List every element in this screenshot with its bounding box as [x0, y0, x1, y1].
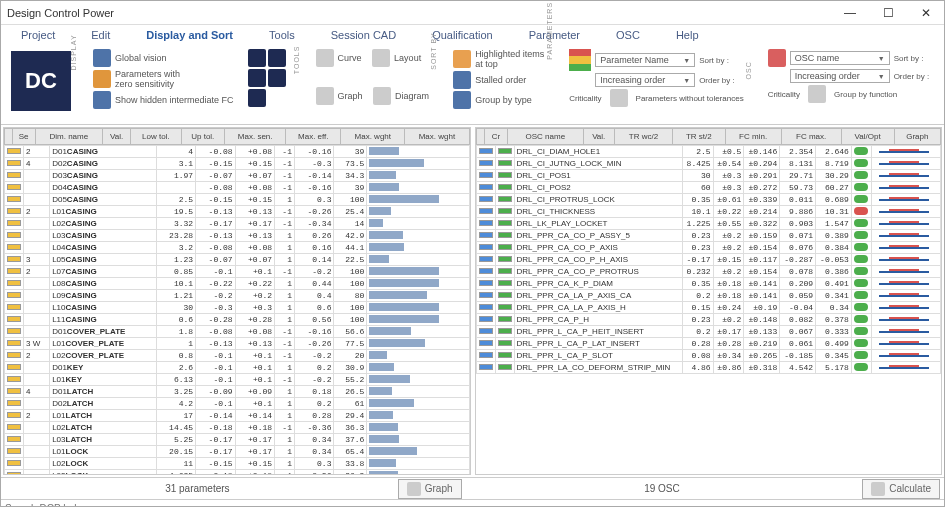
- table-row[interactable]: DRL_CI_THICKNESS10.1±0.22±0.2149.88610.3…: [476, 206, 941, 218]
- table-row[interactable]: 3 WL01COVER_PLATE1-0.13+0.13-1-0.2677.5: [5, 338, 470, 350]
- highlight-top-icon[interactable]: [453, 50, 471, 68]
- col-header[interactable]: [5, 129, 13, 145]
- hidden-fc-icon[interactable]: [93, 91, 111, 109]
- table-row[interactable]: L09CASING1.21-0.2+0.210.480: [5, 290, 470, 302]
- table-row[interactable]: DRL_LK_PLAY_LOCKET1.225±0.55±0.3220.9031…: [476, 218, 941, 230]
- calculate-button[interactable]: Calculate: [862, 479, 940, 499]
- table-row[interactable]: DRL_CI_JUTNG_LOCK_MIN8.425±0.54±0.2948.1…: [476, 158, 941, 170]
- menu-project[interactable]: Project: [21, 29, 55, 41]
- col-header[interactable]: Se: [12, 129, 35, 145]
- param-sort-select[interactable]: Parameter Name▼: [595, 53, 695, 67]
- table-row[interactable]: L01LOCK20.15-0.17+0.1710.3465.4: [5, 446, 470, 458]
- sort-flag2-icon[interactable]: [268, 69, 286, 87]
- param-crit-icon[interactable]: [569, 49, 591, 71]
- table-row[interactable]: L02LATCH14.45-0.18+0.18-1-0.3636.3: [5, 422, 470, 434]
- col-header[interactable]: Val.: [583, 129, 614, 145]
- col-header[interactable]: Graph: [894, 129, 940, 145]
- col-header[interactable]: Max. eff.: [286, 129, 341, 145]
- table-row[interactable]: DRL_PPR_CA_CO_P_ASSY_50.23±0.2±0.1590.07…: [476, 230, 941, 242]
- table-row[interactable]: L02LOCK11-0.15+0.1510.333.8: [5, 458, 470, 470]
- col-header[interactable]: FC max.: [781, 129, 841, 145]
- table-row[interactable]: DRL_CI_POS260±0.3±0.27259.7360.27: [476, 182, 941, 194]
- close-button[interactable]: ✕: [914, 6, 938, 20]
- menu-session-cad[interactable]: Session CAD: [331, 29, 396, 41]
- curve-icon[interactable]: [316, 49, 334, 67]
- global-vision-icon[interactable]: [93, 49, 111, 67]
- menu-help[interactable]: Help: [676, 29, 699, 41]
- table-row[interactable]: DRL_PPR_CA_LA_P_AXIS_H0.15±0.24±0.19-0.0…: [476, 302, 941, 314]
- table-row[interactable]: 3L05CASING1.23-0.07+0.0710.1422.5: [5, 254, 470, 266]
- table-row[interactable]: DRL_PPR_CA_K_P_DIAM0.35±0.18±0.1410.2090…: [476, 278, 941, 290]
- table-row[interactable]: L11CASING0.6-0.28+0.2810.56100: [5, 314, 470, 326]
- col-header[interactable]: FC min.: [725, 129, 781, 145]
- graph-icon[interactable]: [316, 87, 334, 105]
- table-row[interactable]: DRL_PPR_L_CA_P_LAT_INSERT0.28±0.28±0.219…: [476, 338, 941, 350]
- menu-display-and-sort[interactable]: Display and Sort: [146, 29, 233, 41]
- table-row[interactable]: 4D02CASING3.1-0.15+0.15-1-0.373.5: [5, 158, 470, 170]
- sort-flag-icon[interactable]: [248, 69, 266, 87]
- col-header[interactable]: [476, 129, 485, 145]
- sort-az-icon[interactable]: [248, 49, 266, 67]
- table-row[interactable]: 4D01LATCH3.25-0.09+0.0910.1826.5: [5, 386, 470, 398]
- diagram-icon[interactable]: [373, 87, 391, 105]
- table-row[interactable]: DRL_PPR_LA_CO_DEFORM_STRIP_MIN4.86±0.86±…: [476, 362, 941, 374]
- col-header[interactable]: Up tol.: [181, 129, 224, 145]
- search-input[interactable]: [5, 503, 205, 507]
- table-row[interactable]: DRL_PPR_CA_CO_P_AXIS0.23±0.2±0.1540.0760…: [476, 242, 941, 254]
- menu-parameter[interactable]: Parameter: [529, 29, 580, 41]
- table-row[interactable]: L08CASING10.1-0.22+0.2210.44100: [5, 278, 470, 290]
- graph-button[interactable]: Graph: [398, 479, 462, 499]
- maximize-button[interactable]: ☐: [876, 6, 900, 20]
- table-row[interactable]: D04CASING-0.08+0.08-1-0.1639: [5, 182, 470, 194]
- param-tol-icon[interactable]: [610, 89, 628, 107]
- table-row[interactable]: 2L02COVER_PLATE0.8-0.1+0.1-1-0.220: [5, 350, 470, 362]
- table-row[interactable]: D02LATCH4.2-0.1+0.110.261: [5, 398, 470, 410]
- table-row[interactable]: DRL_PPR_CA_LA_P_AXIS_CA0.2±0.18±0.1410.0…: [476, 290, 941, 302]
- table-row[interactable]: 2L01LATCH17-0.14+0.1410.2829.4: [5, 410, 470, 422]
- sort-yz-icon[interactable]: [248, 89, 266, 107]
- table-row[interactable]: L01KEY6.13-0.1+0.1-1-0.255.2: [5, 374, 470, 386]
- table-row[interactable]: D05CASING2.5-0.15+0.1510.3100: [5, 194, 470, 206]
- menu-edit[interactable]: Edit: [91, 29, 110, 41]
- table-row[interactable]: D01COVER_PLATE1.8-0.08+0.08-1-0.1656.6: [5, 326, 470, 338]
- col-header[interactable]: Val.: [103, 129, 131, 145]
- table-row[interactable]: L03LOCK4.625-0.18+0.18-1-0.3636.3: [5, 470, 470, 475]
- col-header[interactable]: Cr: [485, 129, 508, 145]
- table-row[interactable]: D03CASING1.97-0.07+0.07-1-0.1434.3: [5, 170, 470, 182]
- table-row[interactable]: L02CASING3.32-0.17+0.17-1-0.3414: [5, 218, 470, 230]
- table-row[interactable]: 2D01CASING4-0.08+0.08-1-0.1639: [5, 146, 470, 158]
- table-row[interactable]: 2L07CASING0.85-0.1+0.1-1-0.2100: [5, 266, 470, 278]
- table-row[interactable]: DRL_CI_POS130±0.3±0.29129.7130.29: [476, 170, 941, 182]
- group-type-icon[interactable]: [453, 91, 471, 109]
- table-row[interactable]: DRL_PPR_L_CA_P_SLOT0.08±0.34±0.265-0.185…: [476, 350, 941, 362]
- table-row[interactable]: DRL_PPR_CA_CO_P_PROTRUS0.232±0.2±0.1540.…: [476, 266, 941, 278]
- param-order-select[interactable]: Increasing order▼: [595, 73, 695, 87]
- layout-icon[interactable]: [372, 49, 390, 67]
- col-header[interactable]: Max. wght: [341, 129, 405, 145]
- table-row[interactable]: L03LATCH5.25-0.17+0.1710.3437.6: [5, 434, 470, 446]
- menu-tools[interactable]: Tools: [269, 29, 295, 41]
- osc-group-icon[interactable]: [808, 85, 826, 103]
- col-header[interactable]: Low tol.: [131, 129, 181, 145]
- table-row[interactable]: DRL_PPR_L_CA_P_HEIT_INSERT0.2±0.17±0.133…: [476, 326, 941, 338]
- table-row[interactable]: L03CASING23.28-0.13+0.1310.2642.9: [5, 230, 470, 242]
- zero-sensitivity-icon[interactable]: [93, 70, 111, 88]
- table-row[interactable]: DRL_PPR_CA_CO_P_H_AXIS-0.17±0.15±0.117-0…: [476, 254, 941, 266]
- menu-qualification[interactable]: Qualification: [432, 29, 493, 41]
- minimize-button[interactable]: —: [838, 6, 862, 20]
- osc-sort-select[interactable]: OSC name▼: [790, 51, 890, 65]
- sort-chart-icon[interactable]: [268, 49, 286, 67]
- col-header[interactable]: TR st/2: [673, 129, 725, 145]
- col-header[interactable]: Max. sen.: [225, 129, 286, 145]
- table-row[interactable]: D01KEY2.6-0.1+0.110.230.9: [5, 362, 470, 374]
- col-header[interactable]: Val/Opt: [841, 129, 894, 145]
- col-header[interactable]: OSC name: [507, 129, 583, 145]
- table-row[interactable]: DRL_PPR_CA_P_H0.23±0.2±0.1480.0820.378: [476, 314, 941, 326]
- table-row[interactable]: L04CASING3.2-0.08+0.0810.1644.1: [5, 242, 470, 254]
- table-row[interactable]: DRL_CI_DIAM_HOLE12.5±0.5±0.1462.3542.646: [476, 146, 941, 158]
- table-row[interactable]: DRL_CI_PROTRUS_LOCK0.35±0.61±0.3390.0110…: [476, 194, 941, 206]
- col-header[interactable]: Max. wght: [405, 129, 469, 145]
- col-header[interactable]: TR wc/2: [614, 129, 672, 145]
- stalled-order-icon[interactable]: [453, 71, 471, 89]
- table-row[interactable]: L10CASING30-0.3+0.310.6100: [5, 302, 470, 314]
